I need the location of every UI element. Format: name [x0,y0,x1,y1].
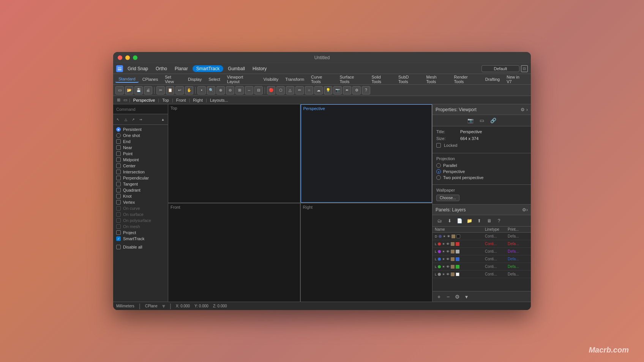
zoom2-tool[interactable]: ⊕ [216,86,225,94]
snap-quadrant[interactable]: Quadrant [113,187,168,193]
command-input[interactable] [113,104,168,114]
viewport-square-icon[interactable]: ▭ [122,97,128,103]
lamp-tool[interactable]: 💡 [324,86,332,94]
table-row[interactable]: L ☀ 👁 Conti... Defa... [432,248,531,255]
menu-ortho[interactable]: Ortho [153,65,170,72]
snap-center-checkbox[interactable] [116,164,121,168]
viewport-right-view[interactable]: Right [301,203,432,302]
layers-chevron-icon[interactable]: › [526,207,528,212]
snap-vertex-checkbox[interactable] [116,200,121,205]
snap-midpoint[interactable]: Midpoint [113,157,168,163]
cam-tool[interactable]: 📷 [333,86,342,94]
snap-arrow-icon[interactable]: ⇒ [137,116,144,123]
menu-gumball[interactable]: Gumball [225,65,248,72]
zoom4-tool[interactable]: ⊞ [235,86,244,94]
layers-gear-icon[interactable]: ⚙ [522,207,526,212]
snap-knot-checkbox[interactable] [116,194,121,198]
minimize-button[interactable] [125,55,130,60]
snap-triangle-icon[interactable]: △ [122,116,129,123]
circle-tool[interactable]: ○ [305,86,313,94]
copy-tool[interactable]: 📋 [166,86,174,94]
zoom3-tool[interactable]: ⊖ [226,86,234,94]
radio-perspective[interactable]: Perspective [436,169,527,174]
zoom5-tool[interactable]: ↔ [245,86,253,94]
snap-project[interactable]: Project [113,230,168,236]
open-tool[interactable]: 📂 [125,86,133,94]
snap-perpendicular[interactable]: Perpendicular [113,175,168,181]
layers-import-icon[interactable]: ⬇ [445,217,454,225]
tab-set-view[interactable]: Set View [162,74,184,85]
cloud-tool[interactable]: ☁ [314,86,323,94]
tab-standard[interactable]: Standard [115,76,139,83]
wallpaper-choose-button[interactable]: Choose... [436,195,459,201]
square-viewport-icon[interactable]: ▭ [477,116,486,125]
new-tool[interactable]: ▭ [115,86,124,94]
perspective-radio[interactable] [436,169,441,174]
snap-quadrant-checkbox[interactable] [116,188,121,192]
profile-selector[interactable]: Default [481,65,519,72]
tab-curve-tools[interactable]: Curve Tools [308,74,336,85]
snap-project-checkbox[interactable] [116,230,121,235]
snap-collapse-icon[interactable]: ▲ [159,116,166,123]
layers-settings-icon[interactable]: ⚙ [454,293,461,300]
snap-disable-all-checkbox[interactable] [116,245,121,249]
tab-mesh-tools[interactable]: Mesh Tools [423,74,450,85]
tab-solid-tools[interactable]: Solid Tools [368,74,395,85]
viewport-front[interactable]: Front [174,98,188,103]
tab-new-in-v7[interactable]: New in V7 [504,74,529,85]
menu-planar[interactable]: Planar [172,65,191,72]
tab-cplanes[interactable]: CPlanes [139,76,161,82]
snap-vertex[interactable]: Vertex [113,199,168,205]
undo-tool[interactable]: ↩ [175,86,184,94]
close-button[interactable] [118,55,122,60]
parallel-radio[interactable] [436,163,441,168]
viewport-perspective-view[interactable]: Perspective [301,104,432,203]
layers-help-icon[interactable]: ? [495,217,503,225]
sidebar-toggle-button[interactable] [116,65,123,72]
tab-visibility[interactable]: Visibility [260,76,282,82]
menu-grid-snap[interactable]: Grid Snap [125,65,151,72]
table-row[interactable]: L ☀ 👁 Conti... Defa... [432,255,531,263]
hand-tool[interactable]: ✋ [185,86,193,94]
radio-two-point[interactable]: Two point perspective [436,175,527,180]
layers-remove-button[interactable]: − [445,293,451,300]
save-tool[interactable]: 💾 [134,86,143,94]
table-row[interactable]: L ☀ 👁 Conti... Defa... [432,271,531,278]
snap-end[interactable]: End [113,139,168,145]
tab-render-tools[interactable]: Render Tools [451,74,481,85]
two-point-radio[interactable] [436,175,441,180]
prop-tool[interactable]: ⚙ [352,86,361,94]
draw-tool[interactable]: ✏ [295,86,304,94]
snap-one-shot-checkbox[interactable] [116,133,121,138]
layers-up-icon[interactable]: ⬆ [475,217,483,225]
snap-persistent[interactable]: Persistent [113,126,168,132]
snap-one-shot[interactable]: One shot [113,132,168,139]
expand-icon[interactable]: ⊡ [521,65,528,72]
snap-persistent-checkbox[interactable] [116,127,121,132]
tab-surface-tools[interactable]: Surface Tools [337,74,368,85]
viewport-top[interactable]: Top [160,98,171,103]
select-tool[interactable]: 🔴 [267,86,275,94]
table-row[interactable]: L ☀ 👁 Conti... Defa... [432,263,531,271]
layers-new-icon[interactable]: 📄 [455,217,464,225]
menu-history[interactable]: History [249,65,270,72]
maximize-button[interactable] [133,55,137,60]
snap-disable-all[interactable]: Disable all [113,244,168,250]
snap-smarttrack-checkbox[interactable] [116,236,121,241]
camera-icon[interactable]: 📷 [466,116,475,125]
layers-add-button[interactable]: + [436,293,442,300]
viewport-layouts[interactable]: Layouts... [208,98,230,103]
layers-dropdown-icon[interactable]: ▾ [463,293,470,300]
pencil-tool[interactable]: ✒ [343,86,351,94]
snap-near-checkbox[interactable] [116,145,121,150]
snap-smarttrack[interactable]: SmartTrack [113,236,168,242]
locked-checkbox[interactable] [436,143,441,148]
viewport-top-view[interactable]: Top [168,104,300,203]
snap-intersection-checkbox[interactable] [116,170,121,174]
tab-drafting[interactable]: Drafting [482,76,503,82]
table-row[interactable]: L ☀ 👁 Conti... Defa... [432,240,531,248]
snap-intersection[interactable]: Intersection [113,169,168,175]
layers-monitor-icon[interactable]: 🖥 [485,217,493,225]
tab-transform[interactable]: Transform [282,76,307,82]
snap-cursor-icon[interactable]: ↖ [115,116,122,123]
